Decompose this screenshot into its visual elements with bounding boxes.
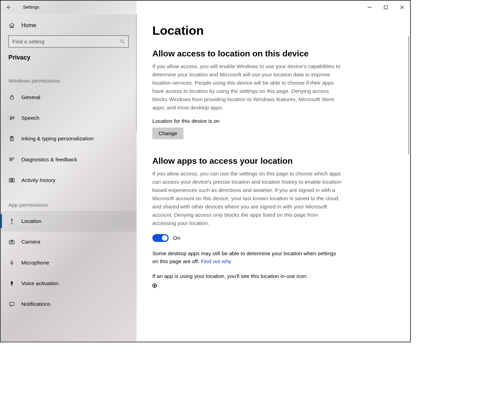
location-icon [8, 218, 15, 224]
svg-rect-10 [13, 179, 14, 182]
sidebar-item-voice-activation[interactable]: Voice activation [1, 273, 137, 294]
sidebar-item-label: Speech [21, 115, 40, 121]
sidebar-item-label: Microphone [21, 260, 49, 266]
svg-rect-3 [10, 97, 13, 99]
svg-point-11 [11, 219, 12, 220]
search-input[interactable] [8, 35, 129, 48]
sidebar-item-microphone[interactable]: Microphone [1, 252, 137, 273]
page-title: Location [153, 23, 395, 37]
home-icon [8, 22, 15, 28]
toggle-state-label: On [173, 235, 180, 241]
maximize-button[interactable] [378, 2, 394, 13]
timeline-icon [8, 177, 15, 183]
sidebar-item-location[interactable]: Location [1, 211, 137, 231]
window-title: Settings [16, 5, 39, 10]
section-allow-device-title: Allow access to location on this device [153, 49, 395, 58]
sidebar-item-home[interactable]: Home [1, 18, 137, 33]
speech-icon [8, 115, 15, 121]
close-icon [400, 5, 404, 9]
close-button[interactable] [394, 2, 410, 13]
sidebar-item-diagnostics[interactable]: Diagnostics & feedback [1, 149, 137, 170]
svg-rect-14 [11, 261, 12, 263]
lock-icon [8, 95, 15, 100]
svg-point-2 [120, 40, 123, 42]
svg-rect-8 [9, 179, 11, 182]
svg-point-7 [10, 158, 12, 160]
search-icon [120, 39, 125, 44]
svg-rect-0 [368, 7, 371, 7]
sidebar-item-activity-history[interactable]: Activity history [1, 170, 137, 191]
camera-icon [8, 239, 15, 245]
sidebar-item-notifications[interactable]: Notifications [1, 294, 137, 314]
location-in-use-icon [153, 283, 157, 288]
sidebar-item-general[interactable]: General [1, 87, 137, 108]
group-title-app-permissions: App permissions [1, 191, 137, 211]
svg-rect-9 [11, 179, 12, 182]
sidebar: Home Privacy Windows permissions General… [1, 14, 137, 342]
svg-rect-15 [11, 281, 12, 284]
find-out-why-link[interactable]: Find out why [201, 259, 231, 265]
sidebar-item-label: Activity history [21, 177, 55, 183]
category-label: Privacy [1, 51, 137, 67]
minimize-icon [368, 5, 371, 9]
allow-apps-toggle[interactable] [153, 234, 169, 242]
svg-rect-1 [384, 6, 388, 9]
sidebar-item-inking[interactable]: Inking & typing personalization [1, 128, 137, 149]
back-arrow-icon [6, 4, 11, 10]
sidebar-item-label: Voice activation [21, 280, 59, 287]
sidebar-item-camera[interactable]: Camera [1, 231, 137, 252]
sidebar-item-label: Diagnostics & feedback [21, 157, 77, 163]
sidebar-item-label: Notifications [21, 301, 50, 307]
sidebar-item-label: General [21, 94, 40, 100]
section-allow-apps-title: Allow apps to access your location [153, 156, 395, 166]
notifications-icon [8, 301, 15, 307]
svg-rect-16 [10, 302, 14, 305]
microphone-icon [8, 260, 15, 266]
clipboard-icon [8, 136, 15, 142]
sidebar-item-label: Home [21, 22, 36, 29]
sidebar-item-label: Camera [21, 239, 40, 245]
maximize-icon [384, 5, 388, 9]
back-button[interactable] [1, 1, 17, 14]
search-field[interactable] [9, 36, 128, 47]
sidebar-item-label: Inking & typing personalization [21, 136, 94, 142]
group-title-windows-permissions: Windows permissions [1, 67, 137, 87]
content-area: Location Allow access to location on thi… [137, 14, 410, 342]
section-allow-device-body: If you allow access, you will enable Win… [153, 62, 343, 112]
sidebar-item-label: Location [21, 218, 42, 224]
location-device-status: Location for this device is on [153, 118, 395, 124]
feedback-icon [8, 157, 15, 163]
minimize-button[interactable] [361, 2, 378, 13]
section-allow-apps-body: If you allow access, you can use the set… [153, 170, 343, 227]
svg-point-4 [10, 117, 12, 119]
in-use-line: If an app is using your location, you'll… [153, 272, 343, 280]
desktop-apps-note: Some desktop apps may still be able to d… [153, 249, 343, 266]
voice-activation-icon [8, 280, 15, 287]
sidebar-item-speech[interactable]: Speech [1, 108, 137, 128]
change-button[interactable]: Change [153, 128, 183, 139]
svg-point-13 [11, 241, 13, 243]
